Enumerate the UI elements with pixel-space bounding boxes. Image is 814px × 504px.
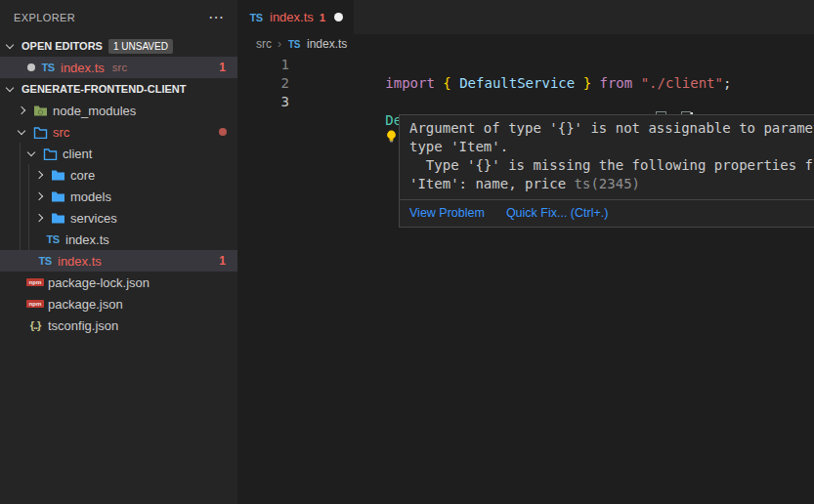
- tree-item-label: client: [63, 147, 92, 161]
- error-dot-badge: [219, 128, 227, 136]
- tree-item-services[interactable]: services: [0, 207, 237, 229]
- breadcrumb-folder[interactable]: src: [256, 37, 272, 51]
- tree-item-models[interactable]: models: [0, 186, 237, 207]
- tree-item-label: services: [70, 211, 117, 226]
- error-message-line: Type '{}' is missing the following prope…: [409, 156, 814, 175]
- tree-item-label: core: [70, 168, 95, 183]
- typescript-file-icon: TS: [248, 10, 264, 25]
- tree-item-package-json[interactable]: npm package.json: [0, 293, 237, 315]
- quick-fix-link[interactable]: Quick Fix... (Ctrl+.): [506, 206, 609, 220]
- breadcrumb: src › TS index.ts: [237, 34, 814, 54]
- json-file-icon: {..}: [27, 317, 43, 333]
- error-count-badge: 1: [219, 61, 226, 74]
- typescript-file-icon: TS: [37, 253, 53, 269]
- tree-item-package-lock-json[interactable]: npm package-lock.json: [0, 272, 237, 293]
- line-number: 1: [237, 56, 289, 74]
- tab-label: index.ts: [270, 10, 314, 24]
- tab-error-count: 1: [320, 12, 325, 23]
- tree-item-src-index-ts[interactable]: TS index.ts 1: [0, 250, 237, 272]
- breadcrumb-file[interactable]: index.ts: [307, 37, 347, 51]
- error-message: Argument of type '{}' is not assignable …: [400, 115, 814, 199]
- open-folder-icon: [42, 146, 58, 161]
- folder-icon: [50, 189, 65, 204]
- workspace-section-header[interactable]: GENERATE-FRONTEND-CLIENT: [0, 78, 237, 100]
- modified-dot-icon[interactable]: [334, 13, 343, 21]
- explorer-title: EXPLORER: [14, 12, 75, 23]
- npm-file-icon: npm: [27, 296, 43, 312]
- modified-dot-icon: [27, 63, 35, 71]
- error-message-line: 'Item': name, price ts(2345): [409, 175, 814, 193]
- tree-item-client-index-ts[interactable]: TS index.ts: [0, 229, 237, 250]
- line-number: 3: [237, 93, 289, 111]
- tree-item-label: package-lock.json: [48, 275, 150, 290]
- chevron-down-icon: [4, 45, 16, 48]
- chevron-down-icon: [4, 88, 16, 91]
- tree-item-core[interactable]: core: [0, 164, 237, 186]
- error-message-line: Argument of type '{}' is not assignable …: [409, 119, 814, 138]
- chevron-right-icon: [33, 215, 45, 221]
- chevron-right-icon: [33, 193, 45, 199]
- lightbulb-icon[interactable]: [385, 93, 398, 106]
- error-message-line: type 'Item'.: [409, 138, 814, 156]
- unsaved-badge: 1 UNSAVED: [108, 39, 173, 54]
- tree-item-label: index.ts: [58, 254, 102, 269]
- code-line-1: 1 import { DefaultService } from "./clie…: [237, 56, 814, 74]
- vscode-window: EXPLORER ⋯ OPEN EDITORS 1 UNSAVED TS ind…: [0, 0, 814, 504]
- folder-icon: [50, 210, 65, 226]
- chevron-right-icon: [33, 172, 45, 178]
- tree-item-src[interactable]: src: [0, 121, 237, 143]
- error-count-badge: 1: [219, 254, 226, 268]
- code-line-3: 3 DefaultService.createItemItemPost({}): [237, 93, 814, 111]
- tree-item-node-modules[interactable]: node_modules: [0, 100, 237, 121]
- chevron-separator-icon: ›: [278, 37, 281, 51]
- open-editors-section-header[interactable]: OPEN EDITORS 1 UNSAVED: [0, 35, 237, 57]
- editor-group: TS index.ts 1 src › TS index.ts 1 import…: [237, 0, 814, 504]
- open-editor-file-path: src: [112, 62, 127, 73]
- tree-item-label: tsconfig.json: [48, 318, 118, 333]
- tree-item-label: models: [70, 189, 111, 204]
- tree-item-tsconfig-json[interactable]: {..} tsconfig.json: [0, 315, 237, 336]
- folder-icon: [50, 167, 65, 183]
- tree-item-client[interactable]: client: [0, 143, 237, 164]
- tab-index-ts[interactable]: TS index.ts 1: [237, 0, 354, 34]
- tree-item-label: node_modules: [53, 104, 136, 118]
- tree-item-label: index.ts: [65, 232, 109, 247]
- view-problem-link[interactable]: View Problem: [409, 206, 485, 220]
- tree-item-label: package.json: [48, 297, 123, 312]
- typescript-file-icon: TS: [40, 60, 56, 75]
- hover-action-bar: View Problem Quick Fix... (Ctrl+.): [400, 199, 814, 227]
- npm-file-icon: npm: [27, 274, 43, 290]
- error-hover-tooltip: Argument of type '{}' is not assignable …: [399, 114, 814, 228]
- chevron-down-icon: [16, 131, 27, 134]
- chevron-right-icon: [16, 107, 27, 113]
- open-editor-item-index-ts[interactable]: TS index.ts src 1: [0, 57, 237, 78]
- tab-bar: TS index.ts 1: [237, 0, 814, 34]
- chevron-down-icon: [25, 152, 37, 155]
- node-modules-folder-icon: [32, 103, 48, 118]
- error-code: ts(2345): [575, 176, 640, 191]
- explorer-header: EXPLORER ⋯: [0, 0, 237, 34]
- explorer-sidebar: EXPLORER ⋯ OPEN EDITORS 1 UNSAVED TS ind…: [0, 0, 237, 504]
- open-folder-icon: [32, 124, 48, 140]
- line-number: 2: [237, 74, 289, 93]
- tree-item-label: src: [53, 125, 69, 140]
- file-tree: node_modules src client: [0, 100, 237, 336]
- open-editors-label: OPEN EDITORS: [21, 40, 103, 52]
- workspace-name: GENERATE-FRONTEND-CLIENT: [21, 83, 186, 95]
- typescript-file-icon: TS: [287, 36, 301, 52]
- open-editor-file-name: index.ts: [61, 61, 105, 75]
- typescript-file-icon: TS: [45, 231, 61, 247]
- more-actions-icon[interactable]: ⋯: [208, 10, 224, 25]
